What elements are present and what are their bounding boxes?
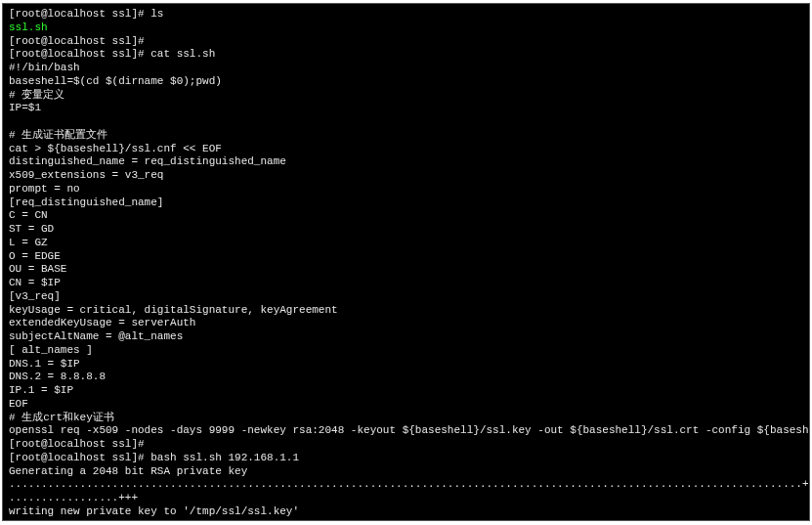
- script-dn: distinguished_name = req_distinguished_n…: [9, 155, 286, 167]
- script-st: ST = GD: [9, 223, 54, 235]
- script-dns1: DNS.1 = $IP: [9, 358, 80, 370]
- script-eof: EOF: [9, 398, 28, 410]
- script-openssl: openssl req -x509 -nodes -days 9999 -new…: [9, 424, 810, 436]
- cmd-cat: cat ssl.sh: [150, 48, 215, 60]
- cmd-bash: bash ssl.sh 192.168.1.1: [150, 452, 299, 463]
- dashes: -----: [9, 519, 41, 522]
- script-v3req: [v3_req]: [9, 290, 61, 302]
- script-req-dn: [req_distinguished_name]: [9, 197, 163, 208]
- script-comment-crt: # 生成crt和key证书: [9, 412, 114, 423]
- script-san: subjectAltName = @alt_names: [9, 330, 183, 342]
- prompt-bash: [root@localhost ssl]#: [9, 452, 145, 463]
- gen-msg: Generating a 2048 bit RSA private key: [9, 465, 247, 477]
- script-dns2: DNS.2 = 8.8.8.8: [9, 371, 106, 382]
- script-altnames: [ alt_names ]: [9, 344, 93, 356]
- prompt-after-cat: [root@localhost ssl]#: [9, 438, 145, 450]
- dots-2: .................+++: [9, 492, 138, 503]
- script-c: C = CN: [9, 209, 48, 221]
- prompt-cat: [root@localhost ssl]#: [9, 48, 145, 60]
- script-ou: OU = BASE: [9, 263, 66, 275]
- script-comment-cfg: # 生成证书配置文件: [9, 129, 107, 141]
- script-ip-assign: IP=$1: [9, 102, 41, 113]
- script-shebang: #!/bin/bash: [9, 62, 80, 73]
- script-keyusage: keyUsage = critical, digitalSignature, k…: [9, 304, 338, 316]
- script-o: O = EDGE: [9, 250, 61, 262]
- file-ssl-sh-1: ssl.sh: [9, 22, 48, 33]
- script-cat-heredoc: cat > ${baseshell}/ssl.cnf << EOF: [9, 143, 222, 154]
- script-cn: CN = $IP: [9, 277, 61, 288]
- script-ip1: IP.1 = $IP: [9, 384, 73, 396]
- script-comment-vars: # 变量定义: [9, 89, 64, 101]
- script-prompt-no: prompt = no: [9, 183, 80, 195]
- terminal-window[interactable]: [root@localhost ssl]# ls ssl.sh [root@lo…: [2, 3, 810, 521]
- cmd-ls-1: ls: [150, 8, 163, 20]
- script-l: L = GZ: [9, 237, 48, 248]
- prompt-empty: [root@localhost ssl]#: [9, 35, 145, 47]
- script-baseshell: baseshell=$(cd $(dirname $0);pwd): [9, 75, 222, 87]
- dots-1: ........................................…: [9, 478, 810, 490]
- prompt: [root@localhost ssl]#: [9, 8, 145, 20]
- writing-key: writing new private key to '/tmp/ssl/ssl…: [9, 505, 299, 517]
- script-x509: x509_extensions = v3_req: [9, 169, 163, 181]
- script-ext-keyusage: extendedKeyUsage = serverAuth: [9, 317, 195, 328]
